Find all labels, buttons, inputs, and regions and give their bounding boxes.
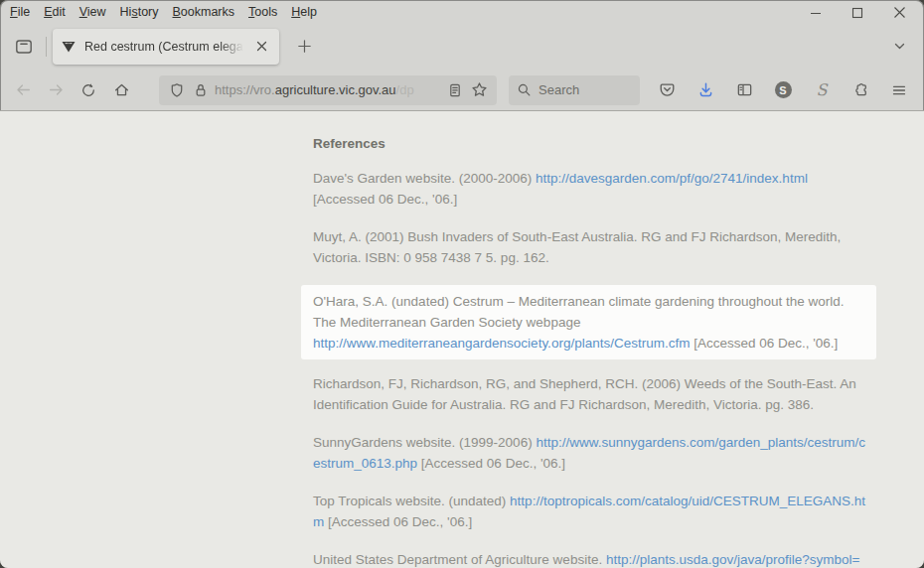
- sidebar-icon: [736, 81, 753, 98]
- reader-mode-icon[interactable]: [443, 78, 467, 102]
- extension-s-letter-button[interactable]: S: [807, 75, 837, 105]
- s-letter-extension-icon: S: [817, 82, 828, 98]
- tab-separator: [46, 37, 47, 57]
- tab-bar: Red cestrum (Cestrum elegans): [0, 23, 924, 70]
- url-bar[interactable]: https://vro.agriculture.vic.gov.au/dp: [159, 75, 497, 105]
- forward-button[interactable]: [41, 75, 71, 105]
- references-section: References Dave's Garden website. (2000-…: [313, 111, 866, 568]
- home-button[interactable]: [106, 75, 136, 105]
- browser-window: File Edit View History Bookmarks Tools H…: [0, 0, 924, 568]
- reference-richardson: Richardson, FJ, Richardson, RG, and Shep…: [313, 373, 866, 415]
- menu-history[interactable]: History: [113, 2, 166, 22]
- list-all-tabs-button[interactable]: [884, 32, 914, 62]
- home-icon: [113, 81, 130, 98]
- search-icon: [517, 82, 532, 97]
- minimize-button[interactable]: [795, 0, 837, 25]
- chevron-down-icon: [892, 39, 907, 54]
- back-arrow-icon: [15, 81, 32, 98]
- app-menu-button[interactable]: [884, 75, 914, 105]
- mediterranean-garden-society-link[interactable]: http://www.mediterraneangardensociety.or…: [313, 336, 690, 351]
- s-circle-extension-icon: S: [775, 81, 792, 98]
- search-placeholder: Search: [539, 82, 579, 97]
- bookmark-star-icon[interactable]: [467, 78, 491, 102]
- pocket-button[interactable]: [652, 75, 682, 105]
- maximize-button[interactable]: [837, 0, 878, 25]
- reference-ohara-highlighted: O'Hara, S.A. (undated) Cestrum – Mediter…: [301, 285, 876, 359]
- reference-sunnygardens: SunnyGardens website. (1999-2006) http:/…: [313, 432, 866, 474]
- minimize-icon: [810, 7, 822, 19]
- references-heading: References: [313, 133, 866, 154]
- menu-bookmarks[interactable]: Bookmarks: [166, 2, 242, 22]
- reference-daves-garden: Dave's Garden website. (2000-2006) http:…: [313, 168, 866, 210]
- reload-icon: [80, 82, 96, 98]
- connection-secure-lock-icon[interactable]: [189, 78, 213, 102]
- forward-arrow-icon: [48, 81, 65, 98]
- tab-title: Red cestrum (Cestrum elegans): [84, 40, 245, 54]
- menu-edit[interactable]: Edit: [37, 2, 73, 22]
- reference-muyt: Muyt, A. (2001) Bush Invaders of South-E…: [313, 226, 866, 268]
- window-controls: [795, 0, 920, 25]
- menu-file[interactable]: File: [3, 2, 37, 22]
- menu-bar: File Edit View History Bookmarks Tools H…: [0, 0, 924, 23]
- menu-help[interactable]: Help: [284, 2, 324, 22]
- tab-close-button[interactable]: [251, 37, 271, 57]
- extension-s-badge-button[interactable]: S: [768, 75, 798, 105]
- page-content: References Dave's Garden website. (2000-…: [0, 111, 924, 568]
- maximize-icon: [851, 7, 863, 19]
- title-bar: File Edit View History Bookmarks Tools H…: [0, 0, 924, 23]
- close-icon: [893, 6, 906, 19]
- download-icon: [697, 81, 714, 98]
- reference-usda: United States Department of Agriculture …: [313, 549, 866, 568]
- daves-garden-link[interactable]: http://davesgarden.com/pf/go/2741/index.…: [536, 171, 808, 186]
- reload-button[interactable]: [74, 75, 103, 105]
- tab-red-cestrum[interactable]: Red cestrum (Cestrum elegans): [53, 29, 279, 65]
- menu-view[interactable]: View: [73, 2, 113, 22]
- tracking-protection-shield-icon[interactable]: [165, 78, 189, 102]
- reference-top-tropicals: Top Tropicals website. (undated) http://…: [313, 491, 866, 532]
- vro-site-favicon: [61, 39, 77, 55]
- firefox-view-icon: [15, 38, 33, 56]
- puzzle-piece-icon: [852, 81, 869, 98]
- hamburger-menu-icon: [891, 82, 907, 98]
- close-icon: [256, 41, 267, 52]
- navigation-bar: https://vro.agriculture.vic.gov.au/dp Se…: [0, 70, 924, 111]
- close-window-button[interactable]: [878, 0, 920, 25]
- search-bar[interactable]: Search: [509, 75, 640, 105]
- plus-icon: [297, 39, 312, 54]
- back-button[interactable]: [8, 75, 38, 105]
- sidebars-button[interactable]: [729, 75, 759, 105]
- pocket-icon: [659, 81, 676, 98]
- menu-tools[interactable]: Tools: [241, 2, 284, 22]
- firefox-view-button[interactable]: [8, 31, 40, 63]
- url-text: https://vro.agriculture.vic.gov.au/dp: [215, 82, 414, 97]
- new-tab-button[interactable]: [289, 32, 319, 62]
- extensions-button[interactable]: [846, 75, 875, 105]
- downloads-button[interactable]: [691, 75, 720, 105]
- toolbar-icons: S S: [652, 75, 914, 105]
